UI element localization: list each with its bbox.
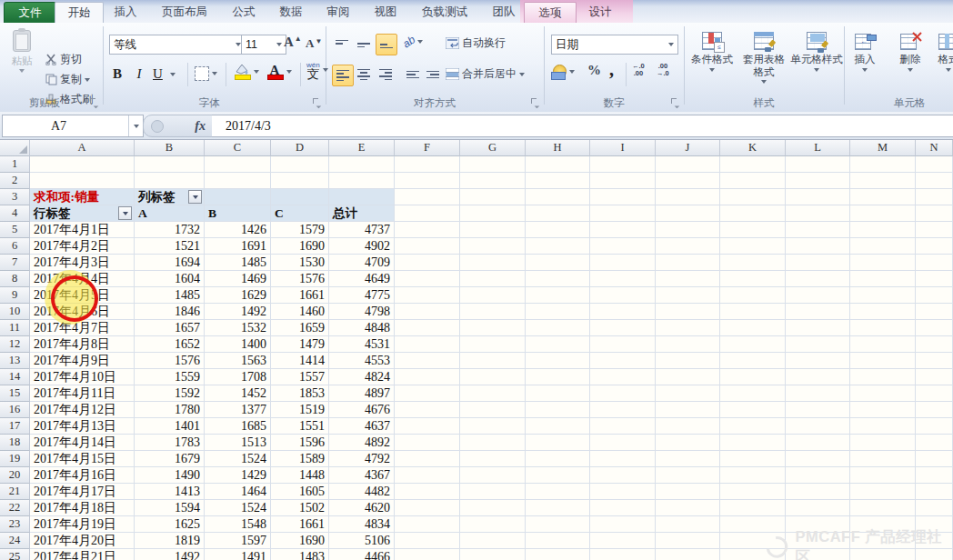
cell-G4[interactable]: [460, 205, 526, 222]
cell-F13[interactable]: [395, 353, 460, 369]
cell-D14[interactable]: 1557: [271, 369, 329, 385]
clipboard-dialog-launcher[interactable]: [90, 98, 99, 107]
cell-F7[interactable]: [395, 255, 460, 271]
cell-L1[interactable]: [786, 156, 850, 173]
cell-I11[interactable]: [590, 320, 656, 336]
cell-I15[interactable]: [590, 385, 656, 402]
cell-I5[interactable]: [590, 222, 656, 238]
cell-B4[interactable]: A: [135, 205, 205, 222]
cell-B22[interactable]: 1594: [135, 500, 205, 516]
cell-M11[interactable]: [850, 320, 916, 336]
cell-K2[interactable]: [720, 173, 786, 189]
cell-I24[interactable]: [590, 533, 656, 549]
row-header-5[interactable]: 5: [0, 222, 30, 238]
cell-C3[interactable]: [205, 189, 271, 205]
tab-team[interactable]: 团队: [480, 2, 527, 22]
cell-C1[interactable]: [205, 156, 271, 173]
cell-L21[interactable]: [786, 484, 850, 500]
cell-E22[interactable]: 4620: [329, 500, 395, 516]
cell-E17[interactable]: 4637: [329, 418, 395, 435]
cell-L3[interactable]: [786, 189, 850, 205]
cell-H9[interactable]: [526, 287, 590, 304]
tab-insert[interactable]: 插入: [102, 2, 149, 22]
cell-E24[interactable]: 5106: [329, 533, 395, 549]
cell-H10[interactable]: [526, 304, 590, 320]
align-top-button[interactable]: [332, 34, 352, 54]
cell-E1[interactable]: [329, 156, 395, 173]
cell-J12[interactable]: [656, 336, 720, 353]
cell-H5[interactable]: [526, 222, 590, 238]
cell-E12[interactable]: 4531: [329, 336, 395, 353]
cell-A15[interactable]: 2017年4月11日: [30, 385, 135, 402]
cell-J2[interactable]: [656, 173, 720, 189]
cell-D23[interactable]: 1661: [271, 516, 329, 533]
col-header-D[interactable]: D: [271, 140, 329, 156]
cell-B25[interactable]: 1492: [135, 549, 205, 560]
cell-I3[interactable]: [590, 189, 656, 205]
cell-K3[interactable]: [720, 189, 786, 205]
col-header-N[interactable]: N: [916, 140, 953, 156]
cell-F5[interactable]: [395, 222, 460, 238]
cell-K22[interactable]: [720, 500, 786, 516]
cell-H17[interactable]: [526, 418, 590, 435]
cell-F11[interactable]: [395, 320, 460, 336]
cell-I8[interactable]: [590, 271, 656, 287]
align-middle-button[interactable]: [354, 34, 374, 54]
cell-A25[interactable]: 2017年4月21日: [30, 549, 135, 560]
cell-B7[interactable]: 1694: [135, 255, 205, 271]
cell-A21[interactable]: 2017年4月17日: [30, 484, 135, 500]
cell-C10[interactable]: 1492: [205, 304, 271, 320]
cell-F9[interactable]: [395, 287, 460, 304]
align-right-button[interactable]: [376, 65, 396, 85]
cell-F18[interactable]: [395, 435, 460, 451]
cell-F19[interactable]: [395, 451, 460, 467]
cell-A7[interactable]: 2017年4月3日: [30, 255, 135, 271]
cell-F2[interactable]: [395, 173, 460, 189]
cell-H18[interactable]: [526, 435, 590, 451]
cell-B2[interactable]: [135, 173, 205, 189]
cell-N19[interactable]: [916, 451, 953, 467]
cell-L7[interactable]: [786, 255, 850, 271]
row-header-9[interactable]: 9: [0, 287, 30, 304]
row-header-10[interactable]: 10: [0, 304, 30, 320]
cell-G22[interactable]: [460, 500, 526, 516]
col-header-M[interactable]: M: [850, 140, 916, 156]
cell-M19[interactable]: [850, 451, 916, 467]
cell-C23[interactable]: 1548: [205, 516, 271, 533]
cell-C7[interactable]: 1485: [205, 255, 271, 271]
cut-button[interactable]: 剪切: [45, 52, 82, 67]
cell-N9[interactable]: [916, 287, 953, 304]
font-color-button[interactable]: A: [266, 63, 292, 81]
cell-H11[interactable]: [526, 320, 590, 336]
tab-page-layout[interactable]: 页面布局: [149, 2, 220, 22]
cell-D25[interactable]: 1483: [271, 549, 329, 560]
cell-A20[interactable]: 2017年4月16日: [30, 467, 135, 484]
name-box[interactable]: A7: [2, 115, 144, 137]
cell-A1[interactable]: [30, 156, 135, 173]
cell-N15[interactable]: [916, 385, 953, 402]
font-dialog-launcher[interactable]: [313, 98, 322, 107]
cell-K13[interactable]: [720, 353, 786, 369]
row-header-16[interactable]: 16: [0, 402, 30, 418]
cell-D17[interactable]: 1551: [271, 418, 329, 435]
cell-B1[interactable]: [135, 156, 205, 173]
cell-N6[interactable]: [916, 238, 953, 255]
cell-B13[interactable]: 1576: [135, 353, 205, 369]
cell-H20[interactable]: [526, 467, 590, 484]
cell-H16[interactable]: [526, 402, 590, 418]
cell-M17[interactable]: [850, 418, 916, 435]
cell-E19[interactable]: 4792: [329, 451, 395, 467]
font-name-combo[interactable]: 等线: [109, 35, 246, 55]
tab-data[interactable]: 数据: [267, 2, 315, 22]
cell-F6[interactable]: [395, 238, 460, 255]
cell-G24[interactable]: [460, 533, 526, 549]
cell-H22[interactable]: [526, 500, 590, 516]
cell-M22[interactable]: [850, 500, 916, 516]
select-all-corner[interactable]: [0, 140, 30, 156]
cell-A5[interactable]: 2017年4月1日: [30, 222, 135, 238]
cell-M13[interactable]: [850, 353, 916, 369]
number-dialog-launcher[interactable]: [671, 98, 680, 107]
cell-I7[interactable]: [590, 255, 656, 271]
cell-N21[interactable]: [916, 484, 953, 500]
cell-E20[interactable]: 4367: [329, 467, 395, 484]
